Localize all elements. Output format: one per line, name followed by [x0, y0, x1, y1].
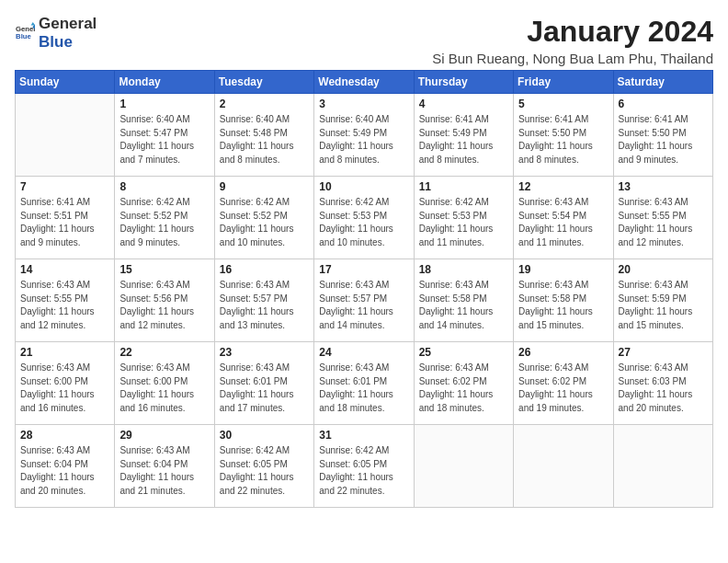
header-cell-monday: Monday: [115, 71, 214, 94]
day-info: Sunrise: 6:43 AM Sunset: 6:00 PM Dayligh…: [20, 362, 109, 415]
day-number: 6: [619, 98, 708, 110]
day-number: 14: [20, 263, 109, 276]
day-info: Sunrise: 6:41 AM Sunset: 5:50 PM Dayligh…: [518, 113, 608, 167]
day-cell: 30Sunrise: 6:42 AM Sunset: 6:05 PM Dayli…: [214, 425, 313, 508]
day-number: 31: [319, 429, 408, 442]
logo-text: General Blue: [39, 15, 97, 51]
day-number: 29: [119, 429, 209, 442]
title-block: January 2024 Si Bun Rueang, Nong Bua Lam…: [432, 15, 713, 66]
day-info: Sunrise: 6:43 AM Sunset: 5:56 PM Dayligh…: [119, 279, 209, 332]
day-cell: 5Sunrise: 6:41 AM Sunset: 5:50 PM Daylig…: [514, 94, 613, 177]
day-cell: 9Sunrise: 6:42 AM Sunset: 5:52 PM Daylig…: [214, 177, 313, 259]
day-info: Sunrise: 6:40 AM Sunset: 5:47 PM Dayligh…: [119, 113, 209, 167]
day-number: 26: [518, 346, 608, 359]
day-info: Sunrise: 6:43 AM Sunset: 5:54 PM Dayligh…: [518, 196, 608, 249]
day-number: 18: [419, 263, 508, 276]
day-cell: 31Sunrise: 6:42 AM Sunset: 6:05 PM Dayli…: [314, 425, 414, 508]
day-info: Sunrise: 6:41 AM Sunset: 5:49 PM Dayligh…: [419, 113, 508, 167]
day-cell: 3Sunrise: 6:40 AM Sunset: 5:49 PM Daylig…: [314, 94, 414, 177]
day-info: Sunrise: 6:42 AM Sunset: 5:52 PM Dayligh…: [119, 196, 209, 249]
day-number: 3: [319, 98, 408, 110]
day-info: Sunrise: 6:43 AM Sunset: 5:57 PM Dayligh…: [319, 279, 408, 332]
svg-text:Blue: Blue: [16, 31, 31, 40]
day-cell: [16, 94, 115, 177]
day-number: 15: [119, 263, 209, 276]
day-cell: [414, 425, 513, 508]
day-info: Sunrise: 6:43 AM Sunset: 6:03 PM Dayligh…: [619, 362, 708, 415]
day-cell: 1Sunrise: 6:40 AM Sunset: 5:47 PM Daylig…: [115, 94, 214, 177]
day-number: 24: [319, 346, 408, 359]
day-number: 22: [119, 346, 209, 359]
day-info: Sunrise: 6:42 AM Sunset: 5:53 PM Dayligh…: [419, 196, 508, 249]
day-info: Sunrise: 6:41 AM Sunset: 5:50 PM Dayligh…: [619, 113, 708, 167]
svg-marker-2: [31, 22, 35, 25]
day-cell: 23Sunrise: 6:43 AM Sunset: 6:01 PM Dayli…: [214, 342, 313, 425]
day-cell: 7Sunrise: 6:41 AM Sunset: 5:51 PM Daylig…: [16, 177, 115, 259]
day-number: 21: [20, 346, 109, 359]
day-cell: 21Sunrise: 6:43 AM Sunset: 6:00 PM Dayli…: [16, 342, 115, 425]
day-info: Sunrise: 6:43 AM Sunset: 5:55 PM Dayligh…: [20, 279, 109, 332]
day-info: Sunrise: 6:42 AM Sunset: 5:52 PM Dayligh…: [220, 196, 309, 249]
day-cell: 10Sunrise: 6:42 AM Sunset: 5:53 PM Dayli…: [314, 177, 414, 259]
day-info: Sunrise: 6:43 AM Sunset: 6:04 PM Dayligh…: [20, 444, 109, 498]
day-cell: 2Sunrise: 6:40 AM Sunset: 5:48 PM Daylig…: [214, 94, 313, 177]
header-cell-friday: Friday: [514, 71, 613, 94]
calendar-table: SundayMondayTuesdayWednesdayThursdayFrid…: [15, 70, 713, 508]
day-number: 7: [20, 180, 109, 193]
day-info: Sunrise: 6:43 AM Sunset: 5:59 PM Dayligh…: [619, 279, 708, 332]
week-row-1: 1Sunrise: 6:40 AM Sunset: 5:47 PM Daylig…: [16, 94, 713, 177]
day-info: Sunrise: 6:43 AM Sunset: 5:55 PM Dayligh…: [619, 196, 708, 249]
header-cell-sunday: Sunday: [16, 71, 115, 94]
day-info: Sunrise: 6:43 AM Sunset: 5:58 PM Dayligh…: [518, 279, 608, 332]
day-info: Sunrise: 6:42 AM Sunset: 5:53 PM Dayligh…: [319, 196, 408, 249]
header: General Blue General Blue January 2024 S…: [15, 15, 713, 66]
day-cell: 24Sunrise: 6:43 AM Sunset: 6:01 PM Dayli…: [314, 342, 414, 425]
day-number: 23: [220, 346, 309, 359]
day-cell: 4Sunrise: 6:41 AM Sunset: 5:49 PM Daylig…: [414, 94, 513, 177]
day-number: 10: [319, 180, 408, 193]
day-info: Sunrise: 6:43 AM Sunset: 6:02 PM Dayligh…: [419, 362, 508, 415]
day-cell: 13Sunrise: 6:43 AM Sunset: 5:55 PM Dayli…: [613, 177, 712, 259]
calendar-title: January 2024: [432, 15, 713, 49]
day-number: 5: [518, 98, 608, 110]
day-info: Sunrise: 6:43 AM Sunset: 6:04 PM Dayligh…: [119, 444, 209, 498]
calendar-subtitle: Si Bun Rueang, Nong Bua Lam Phu, Thailan…: [432, 51, 713, 66]
day-cell: 15Sunrise: 6:43 AM Sunset: 5:56 PM Dayli…: [115, 259, 214, 342]
day-number: 2: [220, 98, 309, 110]
day-info: Sunrise: 6:41 AM Sunset: 5:51 PM Dayligh…: [20, 196, 109, 249]
day-cell: 6Sunrise: 6:41 AM Sunset: 5:50 PM Daylig…: [613, 94, 712, 177]
week-row-3: 14Sunrise: 6:43 AM Sunset: 5:55 PM Dayli…: [16, 259, 713, 342]
day-number: 20: [619, 263, 708, 276]
header-cell-thursday: Thursday: [414, 71, 513, 94]
day-info: Sunrise: 6:43 AM Sunset: 5:58 PM Dayligh…: [419, 279, 508, 332]
day-number: 30: [220, 429, 309, 442]
day-number: 19: [518, 263, 608, 276]
header-row: SundayMondayTuesdayWednesdayThursdayFrid…: [16, 71, 713, 94]
day-cell: 26Sunrise: 6:43 AM Sunset: 6:02 PM Dayli…: [514, 342, 613, 425]
day-number: 11: [419, 180, 508, 193]
day-cell: [613, 425, 712, 508]
week-row-2: 7Sunrise: 6:41 AM Sunset: 5:51 PM Daylig…: [16, 177, 713, 259]
logo-icon: General Blue: [15, 21, 35, 45]
day-info: Sunrise: 6:43 AM Sunset: 6:00 PM Dayligh…: [119, 362, 209, 415]
day-cell: 16Sunrise: 6:43 AM Sunset: 5:57 PM Dayli…: [214, 259, 313, 342]
day-cell: 28Sunrise: 6:43 AM Sunset: 6:04 PM Dayli…: [16, 425, 115, 508]
day-number: 1: [119, 98, 209, 110]
day-info: Sunrise: 6:40 AM Sunset: 5:49 PM Dayligh…: [319, 113, 408, 167]
week-row-5: 28Sunrise: 6:43 AM Sunset: 6:04 PM Dayli…: [16, 425, 713, 508]
day-number: 16: [220, 263, 309, 276]
day-cell: 11Sunrise: 6:42 AM Sunset: 5:53 PM Dayli…: [414, 177, 513, 259]
day-cell: 12Sunrise: 6:43 AM Sunset: 5:54 PM Dayli…: [514, 177, 613, 259]
day-info: Sunrise: 6:43 AM Sunset: 6:02 PM Dayligh…: [518, 362, 608, 415]
header-cell-wednesday: Wednesday: [314, 71, 414, 94]
day-cell: 18Sunrise: 6:43 AM Sunset: 5:58 PM Dayli…: [414, 259, 513, 342]
day-cell: 8Sunrise: 6:42 AM Sunset: 5:52 PM Daylig…: [115, 177, 214, 259]
day-info: Sunrise: 6:42 AM Sunset: 6:05 PM Dayligh…: [220, 444, 309, 498]
day-number: 25: [419, 346, 508, 359]
day-info: Sunrise: 6:40 AM Sunset: 5:48 PM Dayligh…: [220, 113, 309, 167]
header-cell-saturday: Saturday: [613, 71, 712, 94]
day-cell: 27Sunrise: 6:43 AM Sunset: 6:03 PM Dayli…: [613, 342, 712, 425]
day-number: 28: [20, 429, 109, 442]
day-number: 27: [619, 346, 708, 359]
day-number: 12: [518, 180, 608, 193]
